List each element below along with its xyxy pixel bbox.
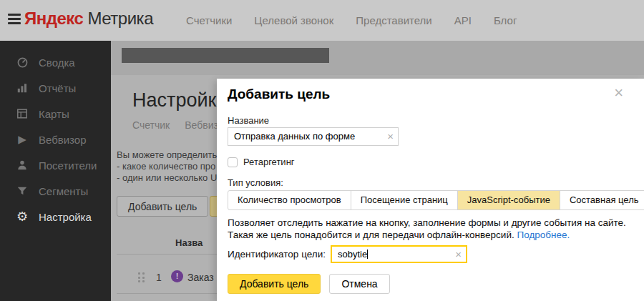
- logo[interactable]: Яндекс Метрика: [24, 9, 153, 29]
- sidebar: Сводка Отчёты Карты ▶ Вебвизор Посетител…: [0, 41, 111, 301]
- nav-counters[interactable]: Счетчики: [186, 14, 232, 26]
- warning-badge-icon: !: [171, 270, 183, 282]
- goal-id-input[interactable]: sobytie ×: [331, 245, 467, 263]
- sidebar-item-visitors[interactable]: Посетители: [0, 152, 111, 178]
- play-icon: ▶: [15, 133, 29, 146]
- condition-description: Позволяет отследить нажатие на кнопку, з…: [228, 217, 637, 241]
- sidebar-item-label: Посетители: [39, 159, 97, 172]
- sidebar-item-summary[interactable]: Сводка: [0, 49, 111, 75]
- sidebar-item-label: Карты: [39, 108, 69, 120]
- modal-title: Добавить цель: [228, 87, 330, 102]
- retargeting-row[interactable]: Ретаргетинг: [228, 157, 295, 167]
- modal-actions: Добавить цель Отмена: [228, 274, 390, 294]
- gear-icon: ⚙: [15, 210, 29, 223]
- segment-composite-goal[interactable]: Составная цель: [560, 191, 644, 209]
- clear-icon[interactable]: ×: [387, 128, 394, 145]
- sidebar-item-label: Вебвизор: [39, 134, 87, 146]
- condition-type-segments: Количество просмотров Посещение страниц …: [228, 190, 644, 210]
- nav-api[interactable]: API: [454, 14, 472, 26]
- sidebar-item-reports[interactable]: Отчёты: [0, 75, 111, 101]
- sidebar-item-webvisor[interactable]: ▶ Вебвизор: [0, 127, 111, 152]
- sidebar-item-label: Сегменты: [39, 185, 88, 197]
- funnel-icon: [15, 184, 29, 197]
- goal-name-value: Отправка данных по форме: [234, 131, 355, 142]
- sidebar-item-label: Отчёты: [39, 82, 76, 94]
- goal-id-label: Идентификатор цели:: [228, 249, 326, 260]
- intro-line: - один или несколько U: [117, 172, 217, 184]
- app-window: Яндекс Метрика Счетчики Целевой звонок П…: [0, 0, 644, 301]
- close-icon[interactable]: ×: [614, 85, 623, 101]
- nav-blog[interactable]: Блог: [494, 14, 517, 26]
- retargeting-label: Ретаргетинг: [243, 157, 295, 167]
- redacted-counter-name: [122, 48, 329, 63]
- settings-tabs: Счетчик Вебвизор: [132, 119, 229, 131]
- cancel-button[interactable]: Отмена: [329, 274, 389, 294]
- segment-javascript-event[interactable]: JavaScript-событие: [458, 191, 560, 209]
- maps-icon: [15, 107, 29, 120]
- goal-name-input[interactable]: Отправка данных по форме ×: [228, 127, 399, 146]
- sidebar-item-settings[interactable]: ⚙ Настройка: [0, 204, 111, 230]
- goals-intro-text: Вы можете определить - какое количество …: [117, 149, 217, 184]
- speedometer-icon: [15, 56, 29, 69]
- add-goal-modal: Добавить цель × Название Отправка данных…: [217, 79, 644, 301]
- content-header-strip: [111, 41, 644, 75]
- goal-id-value: sobytie: [338, 249, 367, 260]
- logo-brand: Яндекс: [24, 9, 83, 28]
- goal-row-number: 1: [156, 272, 162, 283]
- clear-icon[interactable]: ×: [455, 247, 462, 262]
- nav-representatives[interactable]: Представители: [356, 14, 431, 26]
- segment-pageview-count[interactable]: Количество просмотров: [228, 191, 351, 209]
- goal-row-name: Заказ: [187, 272, 214, 283]
- top-nav: Счетчики Целевой звонок Представители AP…: [186, 14, 517, 26]
- sidebar-item-label: Настройка: [39, 211, 92, 223]
- page-title: Настройка: [132, 89, 228, 112]
- condition-type-label: Тип условия:: [228, 177, 283, 188]
- sidebar-item-segments[interactable]: Сегменты: [0, 178, 111, 204]
- bar-chart-icon: [15, 82, 29, 94]
- submit-add-goal-button[interactable]: Добавить цель: [228, 274, 321, 294]
- sidebar-item-maps[interactable]: Карты: [0, 101, 111, 127]
- text-cursor: [367, 250, 368, 259]
- top-header: Яндекс Метрика Счетчики Целевой звонок П…: [0, 0, 644, 41]
- goal-id-row: Идентификатор цели: sobytie ×: [228, 245, 467, 263]
- segment-page-visit[interactable]: Посещение страниц: [351, 191, 458, 209]
- tab-counter[interactable]: Счетчик: [132, 119, 170, 131]
- intro-line: Вы можете определить: [117, 149, 217, 161]
- drag-handle-icon[interactable]: [138, 272, 145, 283]
- more-link[interactable]: Подробнее.: [517, 230, 570, 240]
- retargeting-checkbox[interactable]: [228, 157, 238, 167]
- sidebar-item-label: Сводка: [39, 56, 75, 69]
- add-goal-button-background[interactable]: Добавить цель: [117, 196, 208, 217]
- nav-target-call[interactable]: Целевой звонок: [254, 14, 333, 26]
- intro-line: - какое количество про: [117, 161, 217, 172]
- hamburger-menu-icon[interactable]: [8, 14, 21, 24]
- goal-name-label: Название: [228, 115, 269, 126]
- logo-product: Метрика: [88, 9, 153, 28]
- person-icon: [15, 159, 29, 172]
- goals-table-header: Назва: [175, 237, 203, 248]
